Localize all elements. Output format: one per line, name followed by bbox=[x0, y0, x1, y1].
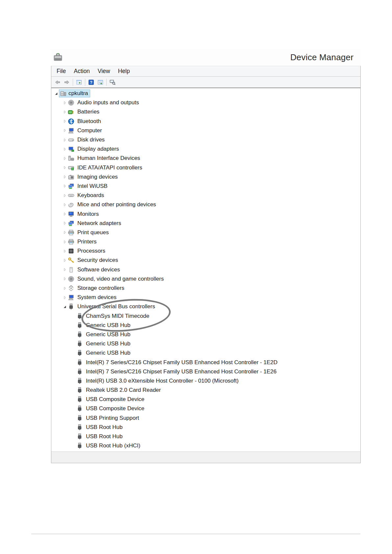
tree-item[interactable]: Software devices bbox=[51, 265, 360, 274]
tree-item[interactable]: Human Interface Devices bbox=[51, 154, 360, 163]
tree-item[interactable]: Monitors bbox=[51, 209, 360, 218]
printer-icon bbox=[68, 239, 74, 245]
collapsed-triangle-icon[interactable] bbox=[62, 239, 68, 244]
tree-item[interactable]: Disk drives bbox=[51, 135, 360, 144]
usb-icon bbox=[76, 322, 83, 329]
collapsed-triangle-icon[interactable] bbox=[62, 248, 68, 254]
tree-item[interactable]: cpkultra bbox=[51, 89, 360, 98]
tree-item[interactable]: Imaging devices bbox=[51, 172, 360, 182]
camera-icon bbox=[68, 174, 74, 180]
tree-item[interactable]: USB Printing Support bbox=[51, 414, 360, 423]
collapsed-triangle-icon[interactable] bbox=[62, 286, 68, 291]
toolbar-show-console-tree-button[interactable] bbox=[74, 78, 84, 87]
collapsed-triangle-icon[interactable] bbox=[62, 119, 68, 124]
tree-item[interactable]: Audio inputs and outputs bbox=[51, 98, 360, 107]
collapsed-triangle-icon[interactable] bbox=[62, 137, 68, 142]
tree-item[interactable]: Generic USB Hub bbox=[51, 348, 360, 358]
tree-item[interactable]: Mice and other pointing devices bbox=[51, 200, 360, 209]
collapsed-triangle-icon[interactable] bbox=[62, 100, 68, 105]
collapsed-triangle-icon[interactable] bbox=[62, 174, 68, 180]
tree-item[interactable]: Keyboards bbox=[51, 191, 360, 200]
tree-item[interactable]: Sound, video and game controllers bbox=[51, 274, 360, 284]
tree-item[interactable]: Intel(R) USB 3.0 eXtensible Host Control… bbox=[51, 376, 360, 386]
tree-item[interactable]: Display adapters bbox=[51, 144, 360, 154]
device-tree: cpkultraAudio inputs and outputsBatterie… bbox=[51, 88, 360, 451]
menu-file[interactable]: File bbox=[53, 68, 70, 75]
toolbar-help-button[interactable]: ? bbox=[87, 78, 96, 87]
tree-item[interactable]: Bluetooth bbox=[51, 117, 360, 126]
disk-drive-icon bbox=[68, 137, 74, 143]
collapsed-triangle-icon[interactable] bbox=[62, 295, 68, 300]
tree-item[interactable]: Intel(R) 7 Series/C216 Chipset Family US… bbox=[51, 358, 360, 367]
collapsed-triangle-icon[interactable] bbox=[62, 146, 68, 152]
expander-spacer bbox=[70, 388, 76, 393]
tree-item-label: Keyboards bbox=[76, 192, 105, 199]
tree-item[interactable]: ChamSys MIDI Timecode bbox=[51, 312, 360, 321]
expander-spacer bbox=[70, 397, 76, 402]
tree-item[interactable]: Print queues bbox=[51, 228, 360, 237]
tree-item[interactable]: Universal Serial Bus controllers bbox=[51, 302, 360, 311]
collapsed-triangle-icon[interactable] bbox=[62, 230, 68, 235]
menu-action[interactable]: Action bbox=[70, 68, 94, 75]
tree-item-label: Imaging devices bbox=[76, 173, 119, 181]
tree-item[interactable]: USB Root Hub bbox=[51, 432, 360, 441]
tree-item[interactable]: USB Root Hub (xHCI) bbox=[51, 441, 360, 450]
tree-item-label: Intel(R) USB 3.0 eXtensible Host Control… bbox=[85, 377, 240, 385]
toolbar-export-list-button[interactable] bbox=[96, 78, 105, 87]
help-icon: ? bbox=[88, 79, 94, 85]
collapsed-triangle-icon[interactable] bbox=[62, 276, 68, 282]
usb-icon bbox=[76, 331, 83, 338]
collapsed-triangle-icon[interactable] bbox=[62, 193, 68, 198]
collapsed-triangle-icon[interactable] bbox=[62, 212, 68, 217]
toolbar-forward-button[interactable] bbox=[62, 78, 71, 87]
expander-spacer bbox=[70, 416, 76, 421]
usb-icon bbox=[76, 424, 83, 431]
expanded-triangle-icon[interactable] bbox=[53, 91, 59, 96]
collapsed-triangle-icon[interactable] bbox=[62, 128, 68, 133]
monitor-icon bbox=[68, 211, 74, 217]
tree-item[interactable]: IDE ATA/ATAPI controllers bbox=[51, 163, 360, 172]
tree-item-label: cpkultra bbox=[68, 90, 89, 97]
scan-hardware-icon bbox=[110, 79, 116, 85]
expander-spacer bbox=[70, 425, 76, 430]
tree-item[interactable]: Generic USB Hub bbox=[51, 321, 360, 330]
menu-view[interactable]: View bbox=[94, 68, 114, 75]
collapsed-triangle-icon[interactable] bbox=[62, 202, 68, 207]
console-tree-icon bbox=[76, 79, 82, 85]
tree-item[interactable]: Security devices bbox=[51, 256, 360, 265]
tree-item[interactable]: Generic USB Hub bbox=[51, 330, 360, 339]
collapsed-triangle-icon[interactable] bbox=[62, 258, 68, 263]
collapsed-triangle-icon[interactable] bbox=[62, 156, 68, 161]
collapsed-triangle-icon[interactable] bbox=[62, 184, 68, 189]
tree-item[interactable]: Processors bbox=[51, 246, 360, 256]
tree-item[interactable]: USB Composite Device bbox=[51, 395, 360, 404]
usb-icon bbox=[76, 396, 83, 403]
tree-item[interactable]: Printers bbox=[51, 237, 360, 246]
collapsed-triangle-icon[interactable] bbox=[62, 165, 68, 170]
expanded-triangle-icon[interactable] bbox=[62, 304, 68, 309]
tree-item[interactable]: Batteries bbox=[51, 107, 360, 116]
device-manager-icon bbox=[53, 53, 63, 62]
tree-item[interactable]: Computer bbox=[51, 126, 360, 135]
collapsed-triangle-icon[interactable] bbox=[62, 109, 68, 114]
tree-item[interactable]: USB Composite Device bbox=[51, 404, 360, 413]
tree-item-label: System devices bbox=[76, 294, 118, 301]
usb-icon bbox=[76, 387, 83, 393]
tree-item-label: Bluetooth bbox=[76, 118, 102, 125]
tree-item-label: Generic USB Hub bbox=[85, 331, 131, 338]
tree-item[interactable]: Intel WiUSB bbox=[51, 182, 360, 191]
tree-item[interactable]: Intel(R) 7 Series/C216 Chipset Family US… bbox=[51, 367, 360, 376]
expander-spacer bbox=[70, 406, 76, 411]
computer-icon bbox=[68, 294, 74, 301]
tree-item[interactable]: Generic USB Hub bbox=[51, 339, 360, 348]
collapsed-triangle-icon[interactable] bbox=[62, 221, 68, 226]
menu-help[interactable]: Help bbox=[114, 68, 134, 75]
tree-item[interactable]: System devices bbox=[51, 293, 360, 302]
tree-item[interactable]: Realtek USB 2.0 Card Reader bbox=[51, 386, 360, 395]
tree-item[interactable]: Storage controllers bbox=[51, 284, 360, 293]
toolbar-scan-hardware-button[interactable] bbox=[108, 78, 117, 87]
tree-item[interactable]: USB Root Hub bbox=[51, 423, 360, 432]
tree-item[interactable]: Network adapters bbox=[51, 219, 360, 228]
collapsed-triangle-icon[interactable] bbox=[62, 267, 68, 272]
toolbar-back-button[interactable] bbox=[53, 78, 62, 87]
